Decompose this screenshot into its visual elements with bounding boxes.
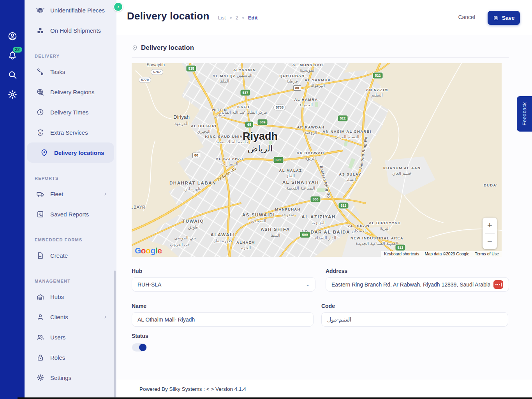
map-pin-icon bbox=[132, 45, 138, 51]
sidebar-item-label: Users bbox=[50, 334, 112, 341]
route-icon bbox=[36, 68, 44, 76]
sidebar-item-roles[interactable]: Roles bbox=[25, 347, 116, 367]
sidebar-item-label: Delivery Regions bbox=[50, 89, 112, 95]
sidebar-item-label: Hubs bbox=[50, 294, 112, 300]
doc-icon bbox=[36, 251, 44, 260]
notifications-bell-icon[interactable]: 22 bbox=[7, 51, 18, 61]
sidebar-item-delivery-times[interactable]: Delivery Times bbox=[25, 102, 116, 122]
globe-icon bbox=[36, 88, 44, 96]
sidebar-collapse-button[interactable]: ‹ bbox=[113, 2, 123, 12]
sidebar-section-header-delivery: DELIVERY bbox=[35, 54, 116, 62]
sidebar-item-settings[interactable]: Settings bbox=[25, 367, 116, 388]
sidebar-section-header-reports: REPORTS bbox=[35, 176, 116, 184]
breadcrumb: List 2 Edit bbox=[218, 15, 257, 21]
people-icon bbox=[36, 333, 44, 341]
sidebar-item-create[interactable]: Create bbox=[25, 245, 116, 265]
sidebar-item-label: Create bbox=[50, 252, 112, 259]
sidebar-item-unidentifiable-pieces[interactable]: Unidentifiable Pieces bbox=[25, 0, 116, 20]
address-label: Address bbox=[326, 268, 347, 274]
status-toggle[interactable] bbox=[132, 343, 147, 352]
zoom-out-button[interactable]: − bbox=[483, 234, 497, 249]
sidebar-item-on-hold-shipments[interactable]: On Hold Shipments bbox=[25, 20, 116, 40]
address-map-picker-button[interactable] bbox=[493, 280, 503, 289]
pallet-icon bbox=[36, 26, 44, 35]
sidebar-item-label: Extra Services bbox=[50, 129, 112, 136]
sidebar-item-extra-services[interactable]: Extra Services bbox=[25, 122, 116, 142]
save-button[interactable]: Save bbox=[488, 11, 520, 25]
keyboard-shortcuts-link[interactable]: Keyboard shortcuts bbox=[381, 251, 422, 257]
breadcrumb-list[interactable]: List bbox=[218, 15, 225, 21]
sidebar-item-label: Unidentifiable Pieces bbox=[50, 7, 112, 14]
cancel-button[interactable]: Cancel bbox=[458, 14, 475, 20]
sidebar-item-hubs[interactable]: Hubs bbox=[25, 287, 116, 307]
hub-select[interactable]: RUH-SLA ⌄ bbox=[132, 277, 315, 292]
status-label: Status bbox=[132, 333, 148, 339]
sidebar-item-clients[interactable]: Clients bbox=[25, 307, 116, 327]
sidebar-item-label: Delivery locations bbox=[54, 149, 109, 156]
sidebar-item-label: Fleet bbox=[50, 191, 97, 197]
window-bottom-edge bbox=[18, 397, 532, 399]
sidebar-item-tasks[interactable]: Tasks bbox=[25, 62, 116, 82]
clock-icon bbox=[36, 108, 44, 116]
map-zoom-control: + − bbox=[483, 218, 497, 249]
map-canvas[interactable]: SuwaytihAL MALQAالملقاALYASMINالياسمينQU… bbox=[132, 63, 502, 257]
address-value: Eastern Ring Branch Rd, Ar Rabwah, Riyad… bbox=[331, 281, 490, 288]
sidebar-scrollbar[interactable] bbox=[114, 271, 116, 397]
sidebar-item-label: Delivery Times bbox=[50, 109, 112, 116]
sidebar-item-label: Clients bbox=[50, 314, 97, 320]
toggle-knob bbox=[139, 344, 146, 351]
breadcrumb-current: Edit bbox=[248, 15, 258, 21]
map-base-art bbox=[132, 63, 502, 257]
hub-value: RUH-SLA bbox=[137, 281, 161, 288]
sidebar-section-header-management: MANAGEMENT bbox=[35, 279, 116, 287]
hub-label: Hub bbox=[132, 268, 142, 274]
address-field[interactable]: Eastern Ring Branch Rd, Ar Rabwah, Riyad… bbox=[326, 277, 509, 292]
breadcrumb-separator bbox=[242, 17, 244, 19]
account-icon[interactable] bbox=[7, 31, 18, 41]
sidebar-item-label: Tasks bbox=[50, 69, 112, 75]
name-input[interactable] bbox=[132, 312, 314, 327]
section-title-row: Delivery location bbox=[132, 44, 194, 52]
zoom-in-button[interactable]: + bbox=[483, 218, 497, 233]
code-input[interactable] bbox=[321, 312, 508, 327]
search-icon[interactable] bbox=[7, 70, 18, 80]
sidebar-item-users[interactable]: Users bbox=[25, 327, 116, 347]
google-logo[interactable]: Google bbox=[135, 246, 162, 255]
sidebar-item-label: On Hold Shipments bbox=[50, 27, 112, 34]
page-header: Delivery location List 2 Edit Cancel Sav… bbox=[116, 0, 532, 35]
chevron-right-icon bbox=[103, 315, 108, 320]
gear-icon[interactable] bbox=[7, 90, 18, 100]
sidebar-item-delivery-locations[interactable]: Delivery locations bbox=[27, 142, 114, 163]
save-icon bbox=[493, 15, 499, 21]
sidebar-item-saved-reports[interactable]: Saved Reports bbox=[25, 204, 116, 224]
chevron-right-icon bbox=[103, 192, 108, 197]
chevron-down-icon: ⌄ bbox=[306, 282, 310, 287]
section-title: Delivery location bbox=[141, 44, 194, 52]
footer-text: Powered By Silky Systems : < > Version 4… bbox=[139, 386, 246, 392]
sidebar-item-delivery-regions[interactable]: Delivery Regions bbox=[25, 82, 116, 102]
feedback-button[interactable]: Feedback bbox=[517, 96, 532, 132]
person-icon bbox=[36, 313, 44, 321]
name-label: Name bbox=[132, 303, 146, 309]
sidebar-item-fleet[interactable]: Fleet bbox=[25, 184, 116, 204]
gear-icon bbox=[36, 374, 44, 382]
breadcrumb-page[interactable]: 2 bbox=[236, 15, 238, 21]
sidebar-section-header-embedded-forms: EMBEDDED FORMS bbox=[35, 237, 116, 245]
sidebar-item-label: Saved Reports bbox=[50, 211, 112, 218]
box-icon bbox=[36, 6, 44, 14]
money-icon bbox=[36, 128, 44, 137]
notification-badge: 22 bbox=[13, 47, 22, 53]
warehouse-icon bbox=[36, 293, 44, 301]
sidebar: Unidentifiable PiecesOn Hold ShipmentsDE… bbox=[25, 0, 116, 399]
sidebar-item-label: Settings bbox=[50, 374, 112, 381]
terms-of-use-link[interactable]: Terms of Use bbox=[472, 251, 502, 257]
lock-icon bbox=[36, 353, 44, 362]
report-icon bbox=[36, 210, 44, 218]
pin-icon bbox=[40, 149, 48, 157]
main-content: Delivery location List 2 Edit Cancel Sav… bbox=[116, 0, 532, 399]
truck-icon bbox=[36, 190, 44, 198]
footer: Powered By Silky Systems : < > Version 4… bbox=[116, 380, 532, 397]
map-attribution: Keyboard shortcuts Map data ©2023 Google… bbox=[381, 251, 502, 257]
sidebar-item-label: Roles bbox=[50, 354, 112, 361]
section-divider bbox=[132, 57, 509, 58]
